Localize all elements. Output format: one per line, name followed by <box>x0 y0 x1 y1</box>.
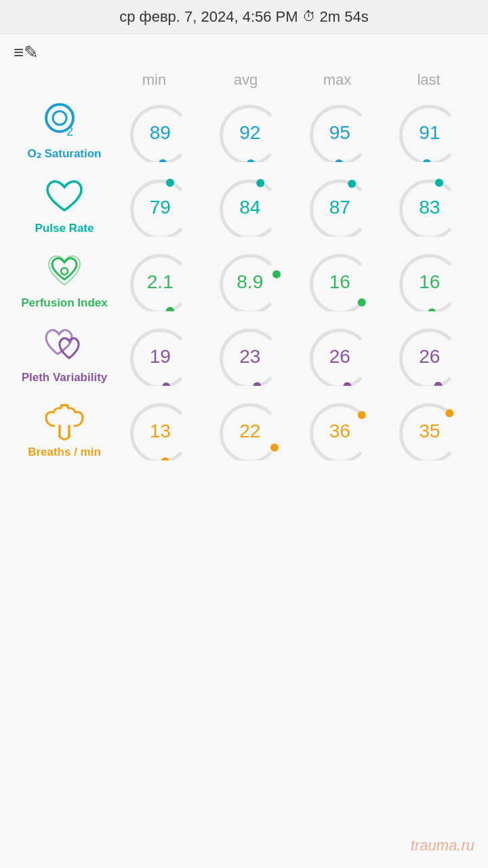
gauge-pleth-variability-min: 19 <box>121 325 199 386</box>
gauge-pleth-variability-avg: 23 <box>211 325 289 386</box>
gauge-cols-breaths-min: 13223635 <box>115 399 474 460</box>
gauge-cell-breaths-min-avg: 22 <box>205 399 296 460</box>
svg-point-12 <box>166 307 174 312</box>
watermark: trauma.ru <box>411 837 474 854</box>
gauge-cols-perfusion-index: 2.18.91616 <box>115 250 474 311</box>
svg-point-15 <box>428 309 436 311</box>
gauge-breaths-min-avg: 22 <box>211 399 289 460</box>
gauge-cell-pleth-variability-last: 26 <box>385 325 475 386</box>
gauge-pleth-variability-last: 26 <box>390 325 468 386</box>
svg-point-19 <box>434 382 443 386</box>
gauge-cell-pleth-variability-max: 26 <box>295 325 385 386</box>
gauge-pulse-rate-last: 83 <box>390 176 468 237</box>
svg-point-17 <box>253 382 262 386</box>
gauge-perfusion-index-min: 2.1 <box>121 250 199 311</box>
status-bar: ср февр. 7, 2024, 4:56 PM ⏱ 2m 54s <box>0 0 488 34</box>
gauge-cell-perfusion-index-max: 16 <box>295 250 385 311</box>
metric-row-o2-saturation: 2 O₂ Saturation89929591 <box>0 94 488 169</box>
gauge-breaths-min-min: 13 <box>121 399 199 460</box>
svg-point-7 <box>166 179 174 187</box>
column-headers: min avg max last <box>0 71 488 89</box>
gauge-cell-breaths-min-last: 35 <box>385 399 475 460</box>
gauge-value-breaths-min-min: 13 <box>150 420 171 442</box>
status-duration: 2m 54s <box>320 8 369 26</box>
status-datetime: ср февр. 7, 2024, 4:56 PM <box>119 8 298 26</box>
pleth-variability-icon <box>41 326 88 367</box>
svg-point-21 <box>270 443 279 452</box>
gauge-value-pleth-variability-last: 26 <box>419 346 440 368</box>
col-header-max: max <box>291 71 383 89</box>
gauge-value-perfusion-index-min: 2.1 <box>147 271 174 293</box>
gauge-perfusion-index-max: 16 <box>301 250 379 311</box>
gauge-cell-o2-saturation-min: 89 <box>115 101 205 162</box>
gauge-value-pleth-variability-max: 26 <box>329 346 350 368</box>
svg-point-22 <box>357 411 365 419</box>
svg-point-4 <box>247 159 255 162</box>
gauge-cell-breaths-min-max: 36 <box>295 399 385 460</box>
svg-point-13 <box>272 271 281 279</box>
metric-row-breaths-min: Breaths / min13223635 <box>0 393 488 467</box>
svg-point-18 <box>343 382 351 386</box>
metrics-container: 2 O₂ Saturation89929591 Pulse Rate798487… <box>0 94 488 467</box>
pleth-variability-label: Pleth Variability <box>22 371 108 384</box>
breaths-min-label: Breaths / min <box>28 446 101 459</box>
breaths-min-icon <box>41 401 88 441</box>
col-header-last: last <box>383 71 474 89</box>
metric-row-pulse-rate: Pulse Rate79848783 <box>0 169 488 243</box>
gauge-value-pulse-rate-last: 83 <box>419 197 440 218</box>
gauge-value-perfusion-index-avg: 8.9 <box>237 271 263 293</box>
gauge-cols-pleth-variability: 19232626 <box>115 325 474 386</box>
gauge-cols-o2-saturation: 89929591 <box>115 101 474 162</box>
metric-label-pulse-rate: Pulse Rate <box>14 177 115 235</box>
svg-point-16 <box>162 382 170 386</box>
toolbar: ≡✎ <box>0 34 488 71</box>
gauge-breaths-min-max: 36 <box>301 399 379 460</box>
svg-point-20 <box>161 457 169 460</box>
metric-label-pleth-variability: Pleth Variability <box>14 326 115 384</box>
gauge-value-breaths-min-avg: 22 <box>239 420 260 442</box>
gauge-cell-pulse-rate-min: 79 <box>115 176 205 237</box>
gauge-value-o2-saturation-last: 91 <box>419 122 440 144</box>
gauge-value-pulse-rate-max: 87 <box>329 197 350 218</box>
svg-point-5 <box>335 159 343 162</box>
gauge-pulse-rate-avg: 84 <box>211 176 289 237</box>
gauge-value-pleth-variability-min: 19 <box>150 346 171 368</box>
gauge-cell-pleth-variability-avg: 23 <box>205 325 296 386</box>
gauge-value-breaths-min-last: 35 <box>419 420 440 442</box>
gauge-cell-pulse-rate-last: 83 <box>385 176 475 237</box>
gauge-pulse-rate-min: 79 <box>121 176 199 237</box>
perfusion-index-label: Perfusion Index <box>21 296 108 310</box>
col-header-avg: avg <box>200 71 291 89</box>
gauge-cell-o2-saturation-last: 91 <box>385 101 475 162</box>
gauge-cell-pulse-rate-avg: 84 <box>205 176 296 237</box>
gauge-o2-saturation-last: 91 <box>390 101 468 162</box>
gauge-perfusion-index-last: 16 <box>390 250 468 311</box>
gauge-o2-saturation-min: 89 <box>121 101 199 162</box>
o2-saturation-icon: 2 <box>41 102 88 143</box>
metric-label-o2-saturation: 2 O₂ Saturation <box>14 102 115 161</box>
svg-point-9 <box>348 180 356 188</box>
gauge-value-perfusion-index-max: 16 <box>329 271 350 293</box>
perfusion-index-icon <box>41 252 88 292</box>
gauge-o2-saturation-avg: 92 <box>211 101 289 162</box>
pulse-rate-label: Pulse Rate <box>35 222 94 235</box>
gauge-value-perfusion-index-last: 16 <box>419 271 440 293</box>
metric-row-pleth-variability: Pleth Variability19232626 <box>0 318 488 393</box>
svg-point-23 <box>445 409 453 417</box>
svg-point-11 <box>61 268 68 275</box>
svg-point-10 <box>435 179 443 187</box>
gauge-pleth-variability-max: 26 <box>301 325 379 386</box>
svg-point-14 <box>357 298 365 307</box>
gauge-o2-saturation-max: 95 <box>301 101 379 162</box>
gauge-breaths-min-last: 35 <box>390 399 468 460</box>
gauge-value-o2-saturation-avg: 92 <box>239 122 260 144</box>
gauge-cell-o2-saturation-avg: 92 <box>205 101 296 162</box>
gauge-cell-perfusion-index-last: 16 <box>385 250 475 311</box>
svg-point-8 <box>256 179 264 187</box>
metric-label-perfusion-index: Perfusion Index <box>14 252 115 310</box>
menu-edit-icon[interactable]: ≡✎ <box>14 42 39 63</box>
metric-label-breaths-min: Breaths / min <box>14 401 115 459</box>
gauge-value-o2-saturation-max: 95 <box>329 122 350 144</box>
gauge-pulse-rate-max: 87 <box>301 176 379 237</box>
gauge-cols-pulse-rate: 79848783 <box>115 176 474 237</box>
